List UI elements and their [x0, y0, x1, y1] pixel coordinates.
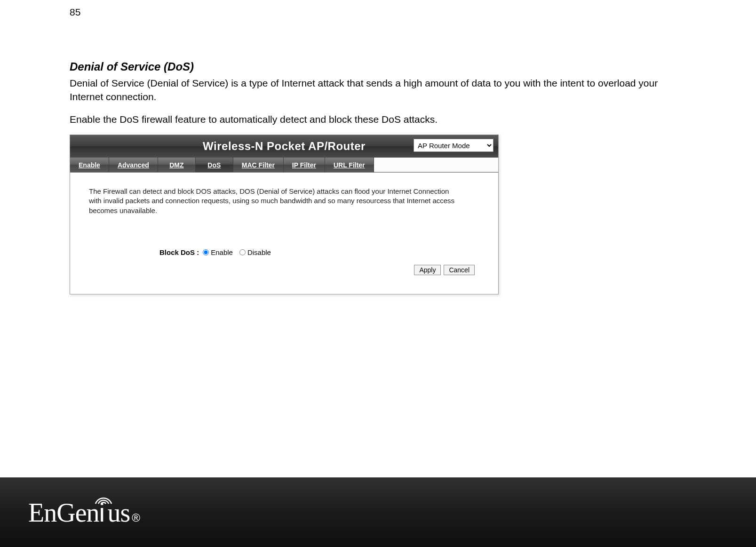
logo-text-en: EnGen: [28, 498, 99, 528]
panel-description: The Firewall can detect and block DOS at…: [89, 187, 456, 215]
brand-logo: EnGenius®: [28, 497, 140, 528]
wifi-arcs-icon: [94, 492, 113, 506]
radio-enable-wrap[interactable]: Enable: [203, 248, 233, 256]
router-tabs: Enable Advanced DMZ DoS MAC Filter IP Fi…: [70, 158, 498, 173]
tabs-spacer: [374, 158, 498, 172]
logo-wifi-i: i: [99, 497, 108, 528]
page-number: 85: [70, 7, 80, 18]
footer-bar: EnGenius®: [0, 477, 756, 547]
cancel-button[interactable]: Cancel: [444, 265, 475, 275]
radio-disable-label: Disable: [247, 248, 271, 256]
tab-advanced[interactable]: Advanced: [109, 158, 158, 172]
tab-dos[interactable]: DoS: [196, 158, 233, 172]
router-screenshot-panel: Wireless-N Pocket AP/Router AP Router Mo…: [70, 135, 499, 294]
tab-url-filter[interactable]: URL Filter: [325, 158, 374, 172]
block-dos-label: Block DoS :: [159, 248, 199, 256]
router-header: Wireless-N Pocket AP/Router AP Router Mo…: [70, 135, 498, 158]
apply-button[interactable]: Apply: [414, 265, 441, 275]
intro-paragraph-1: Denial of Service (Denial of Service) is…: [70, 76, 691, 104]
tab-ip-filter[interactable]: IP Filter: [284, 158, 325, 172]
radio-enable-label: Enable: [211, 248, 233, 256]
section-title: Denial of Service (DoS): [70, 60, 691, 73]
block-dos-row: Block DoS : Enable Disable: [159, 248, 479, 256]
intro-paragraph-2: Enable the DoS firewall feature to autom…: [70, 112, 691, 126]
radio-disable-wrap[interactable]: Disable: [239, 248, 271, 256]
router-title: Wireless-N Pocket AP/Router: [203, 140, 366, 153]
mode-select[interactable]: AP Router Mode: [414, 139, 493, 152]
tab-dmz[interactable]: DMZ: [158, 158, 196, 172]
tab-mac-filter[interactable]: MAC Filter: [233, 158, 284, 172]
tab-enable[interactable]: Enable: [70, 158, 109, 172]
panel-body: The Firewall can detect and block DOS at…: [70, 173, 498, 294]
button-row: Apply Cancel: [89, 265, 479, 275]
radio-enable[interactable]: [203, 249, 209, 255]
radio-disable[interactable]: [239, 249, 246, 255]
content-area: Denial of Service (DoS) Denial of Servic…: [70, 60, 691, 294]
registered-icon: ®: [132, 511, 140, 524]
